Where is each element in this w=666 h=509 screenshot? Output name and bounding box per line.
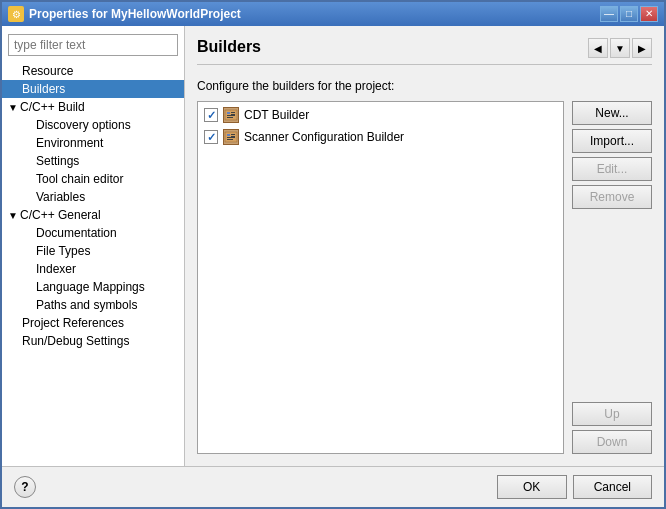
svg-rect-5 [227, 117, 233, 118]
builder-item-scanner[interactable]: Scanner Configuration Builder [200, 126, 561, 148]
sidebar-item-cpp-build[interactable]: ▼ C/C++ Build [2, 98, 184, 116]
sidebar-item-indexer[interactable]: Indexer [2, 260, 184, 278]
sidebar-item-toolchain[interactable]: Tool chain editor [2, 170, 184, 188]
minimize-button[interactable]: — [600, 6, 618, 22]
new-button[interactable]: New... [572, 101, 652, 125]
window-title: Properties for MyHellowWorldProject [29, 7, 241, 21]
content-area: Resource Builders ▼ C/C++ Build Discover… [2, 26, 664, 466]
sidebar-item-discovery[interactable]: Discovery options [2, 116, 184, 134]
nav-arrows: ◀ ▼ ▶ [588, 38, 652, 58]
titlebar-buttons: — □ ✕ [600, 6, 658, 22]
sidebar-item-builders[interactable]: Builders [2, 80, 184, 98]
sidebar-item-pathssymbols[interactable]: Paths and symbols [2, 296, 184, 314]
nav-dropdown-button[interactable]: ▼ [610, 38, 630, 58]
main-panel: Builders ◀ ▼ ▶ Configure the builders fo… [185, 26, 664, 466]
filetypes-label: File Types [36, 244, 90, 258]
discovery-label: Discovery options [36, 118, 131, 132]
builders-area: CDT Builder [197, 101, 652, 454]
up-button[interactable]: Up [572, 402, 652, 426]
nav-forward-button[interactable]: ▶ [632, 38, 652, 58]
scanner-builder-label: Scanner Configuration Builder [244, 130, 404, 144]
sidebar-item-cpp-general[interactable]: ▼ C/C++ General [2, 206, 184, 224]
cdt-checkbox[interactable] [204, 108, 218, 122]
settings-label: Settings [36, 154, 79, 168]
languagemappings-label: Language Mappings [36, 280, 145, 294]
edit-button[interactable]: Edit... [572, 157, 652, 181]
down-button[interactable]: Down [572, 430, 652, 454]
svg-rect-4 [227, 115, 235, 116]
svg-rect-7 [227, 134, 230, 136]
resource-label: Resource [22, 64, 73, 78]
environment-label: Environment [36, 136, 103, 150]
panel-title: Builders [197, 38, 261, 56]
footer-left: ? [14, 476, 36, 498]
window-icon: ⚙ [8, 6, 24, 22]
sidebar-item-documentation[interactable]: Documentation [2, 224, 184, 242]
close-button[interactable]: ✕ [640, 6, 658, 22]
projectrefs-label: Project References [22, 316, 124, 330]
import-button[interactable]: Import... [572, 129, 652, 153]
cdt-builder-label: CDT Builder [244, 108, 309, 122]
builders-buttons: New... Import... Edit... Remove Up Down [572, 101, 652, 454]
main-window: ⚙ Properties for MyHellowWorldProject — … [0, 0, 666, 509]
variables-label: Variables [36, 190, 85, 204]
cancel-button[interactable]: Cancel [573, 475, 652, 499]
sidebar-item-filetypes[interactable]: File Types [2, 242, 184, 260]
builder-item-cdt[interactable]: CDT Builder [200, 104, 561, 126]
maximize-button[interactable]: □ [620, 6, 638, 22]
cpp-build-label: C/C++ Build [20, 100, 85, 114]
sidebar-item-rundebug[interactable]: Run/Debug Settings [2, 332, 184, 350]
titlebar-left: ⚙ Properties for MyHellowWorldProject [8, 6, 241, 22]
cpp-general-expander[interactable]: ▼ [8, 210, 20, 221]
toolchain-label: Tool chain editor [36, 172, 123, 186]
svg-rect-1 [227, 112, 230, 114]
svg-rect-10 [227, 137, 235, 138]
titlebar: ⚙ Properties for MyHellowWorldProject — … [2, 2, 664, 26]
cpp-general-label: C/C++ General [20, 208, 101, 222]
scanner-checkbox[interactable] [204, 130, 218, 144]
cpp-build-expander[interactable]: ▼ [8, 102, 20, 113]
rundebug-label: Run/Debug Settings [22, 334, 129, 348]
sidebar-item-projectrefs[interactable]: Project References [2, 314, 184, 332]
pathssymbols-label: Paths and symbols [36, 298, 137, 312]
sidebar-item-environment[interactable]: Environment [2, 134, 184, 152]
builders-label: Builders [22, 82, 65, 96]
filter-input[interactable] [8, 34, 178, 56]
panel-description: Configure the builders for the project: [197, 79, 652, 93]
svg-rect-8 [231, 134, 235, 135]
footer-right: OK Cancel [497, 475, 652, 499]
sidebar-item-languagemappings[interactable]: Language Mappings [2, 278, 184, 296]
panel-divider [197, 64, 652, 65]
nav-back-button[interactable]: ◀ [588, 38, 608, 58]
svg-rect-11 [227, 139, 233, 140]
svg-rect-2 [231, 112, 235, 113]
sidebar-item-resource[interactable]: Resource [2, 62, 184, 80]
cdt-icon [223, 107, 239, 123]
svg-rect-9 [231, 136, 235, 137]
ok-button[interactable]: OK [497, 475, 567, 499]
sidebar-item-variables[interactable]: Variables [2, 188, 184, 206]
help-button[interactable]: ? [14, 476, 36, 498]
svg-rect-3 [231, 114, 235, 115]
scanner-icon [223, 129, 239, 145]
sidebar-item-settings[interactable]: Settings [2, 152, 184, 170]
sidebar: Resource Builders ▼ C/C++ Build Discover… [2, 26, 185, 466]
footer: ? OK Cancel [2, 466, 664, 507]
builders-list: CDT Builder [197, 101, 564, 454]
documentation-label: Documentation [36, 226, 117, 240]
indexer-label: Indexer [36, 262, 76, 276]
remove-button[interactable]: Remove [572, 185, 652, 209]
